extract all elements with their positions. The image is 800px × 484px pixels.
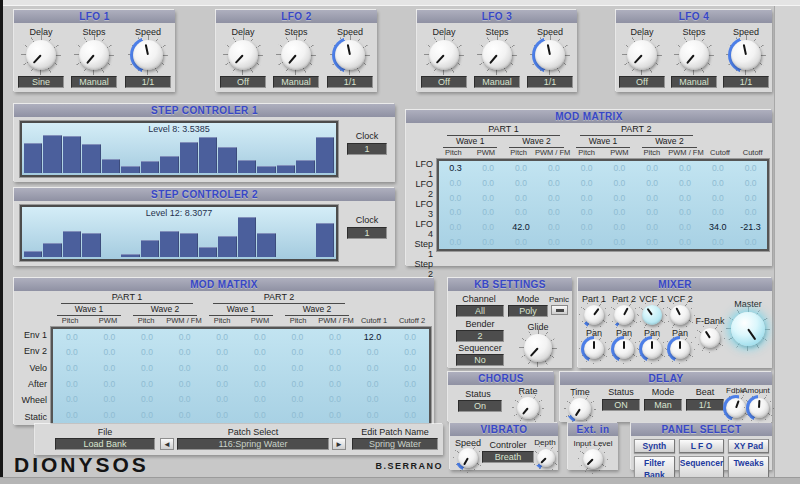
matrix-cell[interactable]: 0.0 [505, 190, 538, 205]
mixer-part1-knob[interactable] [584, 305, 604, 325]
matrix-cell[interactable]: 0.0 [505, 205, 538, 220]
fbank-knob[interactable] [700, 328, 720, 348]
matrix-cell[interactable]: 0.0 [354, 392, 392, 408]
step-bar[interactable] [63, 231, 81, 257]
step-bar[interactable] [316, 223, 334, 257]
step-bar[interactable] [277, 165, 295, 173]
matrix-cell[interactable]: 0.0 [316, 407, 354, 423]
lfo3-trig-value[interactable]: Manual [474, 76, 520, 88]
matrix-cell[interactable]: 0.0 [166, 345, 204, 361]
matrix-cell[interactable]: 0.0 [439, 234, 472, 249]
step-bar[interactable] [218, 236, 236, 257]
matrix-cell[interactable]: 0.0 [701, 190, 734, 205]
vibrato-controller-value[interactable]: Breath [482, 451, 534, 463]
step-bar[interactable] [296, 160, 314, 173]
matrix-cell[interactable]: 0.0 [439, 190, 472, 205]
step-controller1-clock-value[interactable]: 1 [347, 143, 387, 155]
matrix-cell[interactable]: 0.0 [391, 407, 429, 423]
matrix-cell[interactable]: 0.0 [669, 190, 702, 205]
mixer-vcf1-knob[interactable] [642, 305, 662, 325]
matrix-cell[interactable]: 0.0 [701, 161, 734, 176]
matrix-cell[interactable]: 0.0 [279, 345, 317, 361]
matrix-cell[interactable]: 0.0 [570, 161, 603, 176]
step-bar[interactable] [199, 137, 217, 173]
matrix-cell[interactable]: 0.0 [391, 329, 429, 345]
mixer-pan2-knob[interactable] [614, 339, 634, 359]
step-bar[interactable] [121, 254, 139, 257]
channel-value[interactable]: All [456, 305, 504, 317]
matrix-cell[interactable]: 0.0 [537, 220, 570, 235]
step-bar[interactable] [180, 233, 198, 257]
matrix-cell[interactable]: 0.0 [354, 407, 392, 423]
matrix-cell[interactable]: 0.0 [391, 360, 429, 376]
matrix-cell[interactable]: 0.0 [316, 360, 354, 376]
delay-mode-value[interactable]: Man [644, 399, 682, 411]
matrix-cell[interactable]: 0.0 [128, 360, 166, 376]
lfo2-speed-knob[interactable] [335, 40, 365, 70]
lfo4-steps-knob[interactable] [679, 40, 709, 70]
matrix-cell[interactable]: 0.0 [570, 176, 603, 191]
matrix-cell[interactable]: 0.0 [53, 392, 91, 408]
matrix-cell[interactable]: 0.0 [316, 392, 354, 408]
matrix-cell[interactable]: 0.0 [166, 360, 204, 376]
lfo1-delay-knob[interactable] [26, 40, 56, 70]
matrix-cell[interactable]: 0.0 [91, 360, 129, 376]
step-bar[interactable] [102, 159, 120, 173]
matrix-cell[interactable]: 0.0 [472, 176, 505, 191]
matrix-cell[interactable]: 0.0 [241, 376, 279, 392]
edit-patch-name-field[interactable]: Spring Water [352, 438, 438, 450]
bender-value[interactable]: 2 [456, 330, 504, 342]
step-bar[interactable] [160, 231, 178, 257]
matrix-cell[interactable]: 0.0 [166, 376, 204, 392]
matrix-cell[interactable]: 0.0 [279, 392, 317, 408]
matrix-cell[interactable]: 0.0 [603, 190, 636, 205]
lfo4-wave-value[interactable]: Off [619, 76, 665, 88]
matrix-cell[interactable]: 0.0 [128, 345, 166, 361]
lfo1-trig-value[interactable]: Manual [71, 76, 117, 88]
mixer-pan3-knob[interactable] [642, 339, 662, 359]
step-bar[interactable] [316, 137, 334, 173]
lfo3-speed-value[interactable]: 1/1 [527, 76, 573, 88]
mixer-part2-knob[interactable] [614, 305, 634, 325]
matrix-cell[interactable]: 0.0 [734, 190, 767, 205]
matrix-cell[interactable]: 0.0 [472, 161, 505, 176]
matrix-cell[interactable]: 0.0 [669, 205, 702, 220]
chorus-status-value[interactable]: On [458, 400, 502, 412]
matrix-cell[interactable]: 0.0 [203, 392, 241, 408]
matrix-cell[interactable]: 0.0 [241, 329, 279, 345]
matrix-cell[interactable]: 0.0 [439, 176, 472, 191]
step-bar[interactable] [180, 142, 198, 173]
matrix-cell[interactable]: 0.0 [203, 360, 241, 376]
matrix-cell[interactable]: 34.0 [701, 220, 734, 235]
matrix-cell[interactable]: 0.0 [669, 161, 702, 176]
step-bar[interactable] [238, 160, 256, 173]
lfo3-delay-knob[interactable] [429, 40, 459, 70]
matrix-cell[interactable]: 0.0 [53, 360, 91, 376]
matrix-cell[interactable]: 0.0 [505, 234, 538, 249]
lfo3-wave-value[interactable]: Off [421, 76, 467, 88]
matrix-cell[interactable]: 0.0 [391, 376, 429, 392]
chorus-rate-knob[interactable] [517, 397, 539, 419]
matrix-cell[interactable]: 0.0 [669, 176, 702, 191]
matrix-cell[interactable]: 0.0 [166, 329, 204, 345]
matrix-cell[interactable]: 0.0 [603, 234, 636, 249]
matrix-cell[interactable]: 0.0 [636, 220, 669, 235]
matrix-cell[interactable]: 0.0 [734, 205, 767, 220]
matrix-cell[interactable]: 0.0 [537, 205, 570, 220]
step-bar[interactable] [121, 166, 139, 173]
mode-value[interactable]: Poly [508, 305, 548, 317]
matrix-cell[interactable]: 0.0 [166, 407, 204, 423]
matrix-cell[interactable]: 0.0 [354, 345, 392, 361]
lfo1-speed-knob[interactable] [133, 40, 163, 70]
input-level-knob[interactable] [583, 449, 603, 469]
matrix-cell[interactable]: 0.0 [316, 329, 354, 345]
load-bank-button[interactable]: Load Bank [55, 438, 155, 450]
matrix-cell[interactable]: 0.0 [505, 176, 538, 191]
matrix-cell[interactable]: 0.0 [636, 176, 669, 191]
matrix-cell[interactable]: 0.0 [203, 329, 241, 345]
matrix-cell[interactable]: 0.0 [203, 345, 241, 361]
matrix-cell[interactable]: 12.0 [354, 329, 392, 345]
lfo4-trig-value[interactable]: Manual [671, 76, 717, 88]
lfo4-speed-value[interactable]: 1/1 [723, 76, 769, 88]
matrix-cell[interactable]: 0.0 [537, 234, 570, 249]
